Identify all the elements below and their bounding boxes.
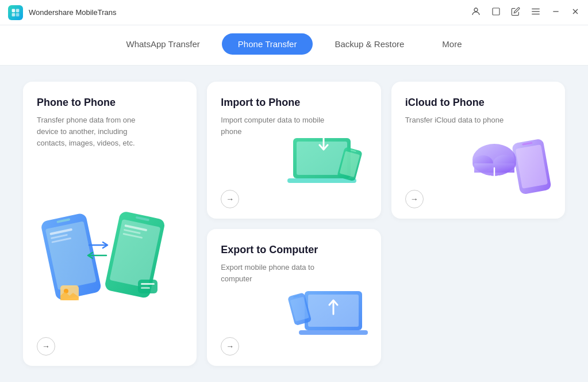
fullscreen-icon[interactable] xyxy=(491,7,501,18)
svg-rect-2 xyxy=(12,13,16,16)
icloud-illustration xyxy=(468,127,560,201)
import-illustration xyxy=(285,127,376,201)
card-export-title: Export to Computer xyxy=(221,244,367,256)
card-icloud-to-phone[interactable]: iCloud to Phone Transfer iCloud data to … xyxy=(391,82,565,219)
tab-phone-transfer[interactable]: Phone Transfer xyxy=(222,33,313,55)
card-icloud-title: iCloud to Phone xyxy=(405,97,551,109)
tab-backup-restore[interactable]: Backup & Restore xyxy=(318,33,420,55)
svg-rect-5 xyxy=(493,8,499,15)
svg-rect-0 xyxy=(12,9,16,12)
tab-more[interactable]: More xyxy=(426,33,478,55)
svg-rect-26 xyxy=(138,280,157,293)
card-phone-to-phone-desc: Transfer phone data from one device to a… xyxy=(37,114,152,149)
svg-rect-3 xyxy=(16,13,20,16)
account-icon[interactable] xyxy=(471,6,481,18)
card-export-to-computer[interactable]: Export to Computer Export mobile phone d… xyxy=(207,229,381,366)
card-phone-to-phone[interactable]: Phone to Phone Transfer phone data from … xyxy=(23,82,197,366)
card-export-arrow[interactable]: → xyxy=(221,337,239,356)
window-controls xyxy=(471,6,580,18)
main-content: Phone to Phone Transfer phone data from … xyxy=(0,66,588,382)
menu-icon[interactable] xyxy=(531,7,541,18)
svg-rect-28 xyxy=(141,287,150,289)
svg-rect-1 xyxy=(16,9,20,12)
export-illustration xyxy=(285,274,376,349)
svg-rect-44 xyxy=(299,330,368,335)
svg-point-4 xyxy=(474,8,478,12)
svg-rect-27 xyxy=(141,283,155,285)
app-title: Wondershare MobileTrans xyxy=(29,8,116,17)
card-import-to-phone[interactable]: Import to Phone Import computer data to … xyxy=(207,82,381,219)
card-import-title: Import to Phone xyxy=(221,97,367,109)
card-import-arrow[interactable]: → xyxy=(221,190,239,208)
edit-icon[interactable] xyxy=(511,7,520,18)
tab-whatsapp-transfer[interactable]: WhatsApp Transfer xyxy=(110,33,216,55)
titlebar: Wondershare MobileTrans xyxy=(0,0,588,25)
navbar: WhatsApp Transfer Phone Transfer Backup … xyxy=(0,25,588,66)
card-phone-to-phone-title: Phone to Phone xyxy=(37,97,183,109)
card-icloud-desc: Transfer iCloud data to phone xyxy=(405,114,520,126)
close-icon[interactable] xyxy=(571,7,580,18)
card-icloud-arrow[interactable]: → xyxy=(405,190,424,208)
card-phone-to-phone-arrow[interactable]: → xyxy=(37,337,55,356)
minimize-icon[interactable] xyxy=(551,7,560,18)
app-logo xyxy=(8,5,23,20)
phone-to-phone-illustration xyxy=(29,205,191,343)
